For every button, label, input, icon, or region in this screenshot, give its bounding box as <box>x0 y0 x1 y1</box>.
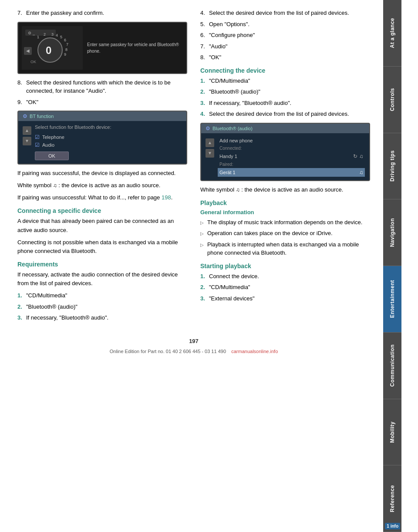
right-music-note-icon: ♫ <box>236 187 240 193</box>
right-step4-text: Select the desired device from the list … <box>209 9 349 17</box>
svg-text:4: 4 <box>56 33 58 37</box>
unsuccessful-para: If pairing was unsuccessful: What to do … <box>17 193 187 202</box>
cd-step1-number: 1. <box>200 77 209 85</box>
cd-step1-text: "CD/Multimedia" <box>209 77 250 85</box>
playback-heading: Playback <box>200 199 370 206</box>
music-note-icon: ♫ <box>53 182 57 189</box>
right-step-4: 4. Select the desired device from the li… <box>200 9 370 17</box>
sidebar: At a glance Controls Driving tips Naviga… <box>383 0 401 532</box>
bt-audio-title: ⚙ Bluetooth® (audio) <box>201 124 369 133</box>
sync-icon: ↻ <box>353 153 357 159</box>
sp-step3-number: 3. <box>200 294 209 303</box>
sidebar-label-communication: Communication <box>389 344 395 387</box>
req-step2-text: "Bluetooth® (audio)" <box>26 303 78 311</box>
right-step8-number: 8. <box>200 53 209 62</box>
step8-number: 8. <box>17 78 26 95</box>
cd-step-1: 1. "CD/Multimedia" <box>200 77 370 85</box>
req-step1-text: "CD/Multimedia" <box>26 291 67 300</box>
passkey-dial-svg: ⚙ _ 3 4 5 6 7 8 9 2 1 <box>22 26 83 70</box>
svg-text:◀: ◀ <box>26 48 30 53</box>
footer-text: Online Edition for Part no. 01 40 2 606 … <box>110 349 226 354</box>
connected-label: Connected: <box>218 145 365 152</box>
right-step6-number: 6. <box>200 31 209 40</box>
paired-label: Paired: <box>218 161 365 168</box>
svg-text:OK: OK <box>30 60 36 64</box>
sidebar-item-entertainment[interactable]: Entertainment <box>383 266 401 333</box>
bullet1-text: The display of music track information d… <box>207 218 362 227</box>
right-white-symbol-post: : the device is active as an audio sourc… <box>240 186 344 193</box>
step7-number: 7. <box>17 9 26 17</box>
cd-step3-text: If necessary, "Bluetooth® audio". <box>209 99 291 108</box>
sp-step-3: 3. "External devices" <box>200 294 370 303</box>
page-198-link[interactable]: 198 <box>162 194 171 201</box>
sidebar-label-entertainment: Entertainment <box>389 280 395 318</box>
bullet-1: ▷ The display of music track information… <box>200 218 370 227</box>
starting-playback-heading: Starting playback <box>200 263 370 269</box>
bullet3-text: Playback is interrupted when data is exc… <box>207 240 370 257</box>
req-step-2: 2. "Bluetooth® (audio)" <box>17 303 187 311</box>
white-symbol-pre: White symbol <box>17 182 53 189</box>
ok-button-screen: OK <box>35 152 69 160</box>
connecting-specific-heading: Connecting a specific device <box>17 207 187 214</box>
cd-step4-text: Select the desired device from the list … <box>209 110 349 118</box>
req-step1-number: 1. <box>17 291 26 300</box>
sidebar-label-at-a-glance: At a glance <box>389 18 395 48</box>
sp-step1-number: 1. <box>200 272 209 281</box>
sidebar-item-navigation[interactable]: Navigation <box>383 199 401 266</box>
requirements-heading: Requirements <box>17 261 187 268</box>
step-7: 7. Enter the passkey and confirm. <box>17 9 187 17</box>
bullet-tri-2: ▷ <box>200 230 204 238</box>
step9-number: 9. <box>17 98 26 107</box>
general-info-heading: General information <box>200 209 370 215</box>
nav-arrow-down: ▼ <box>23 137 31 145</box>
req-step2-number: 2. <box>17 303 26 311</box>
success-para: If pairing was successful, the device is… <box>17 169 187 178</box>
bt-screen-body: ▲ ▼ Select function for Bluetooth device… <box>18 121 186 164</box>
paired-device-row: Gerät 1 ♫ <box>218 168 365 177</box>
svg-text:8: 8 <box>65 47 67 52</box>
right-step-6: 6. "Configure phone" <box>200 31 370 40</box>
step9-text: "OK" <box>26 98 38 107</box>
sidebar-item-reference[interactable]: Reference 1 info <box>383 465 401 532</box>
cd-step-3: 3. If necessary, "Bluetooth® audio". <box>200 99 370 108</box>
music-symbol-para: White symbol ♫ : the device is active as… <box>17 181 187 190</box>
step7-text: Enter the passkey and confirm. <box>26 9 104 17</box>
sidebar-item-driving-tips[interactable]: Driving tips <box>383 133 401 200</box>
sidebar-item-at-a-glance[interactable]: At a glance <box>383 0 401 67</box>
right-step6-text: "Configure phone" <box>209 31 255 40</box>
svg-text:1: 1 <box>37 35 39 39</box>
svg-text:9: 9 <box>64 52 66 57</box>
sidebar-item-controls[interactable]: Controls <box>383 67 401 133</box>
bt-function-screen: ⚙ BT function ▲ ▼ Select function for Bl… <box>17 111 187 165</box>
svg-text:6: 6 <box>64 38 66 42</box>
cd-step3-number: 3. <box>200 99 209 108</box>
music-icon-paired: ♫ <box>359 169 363 175</box>
bullet2-text: Operation can takes place on the device … <box>207 229 333 238</box>
req-step-1: 1. "CD/Multimedia" <box>17 291 187 300</box>
bt-audio-body: ▲ ▼ Add new phone Connected: Handy 1 ↻ <box>201 133 369 180</box>
bullet-2: ▷ Operation can takes place on the devic… <box>200 229 370 238</box>
svg-text:0: 0 <box>46 44 51 56</box>
footer: Online Edition for Part no. 01 40 2 606 … <box>17 349 370 354</box>
sidebar-item-mobility[interactable]: Mobility <box>383 399 401 466</box>
right-step5-number: 5. <box>200 20 209 29</box>
right-step-5: 5. Open "Options". <box>200 20 370 29</box>
bluetooth-audio-icon: ⚙ <box>206 125 210 131</box>
step8-text: Select the desired functions with which … <box>26 78 187 95</box>
right-step-8: 8. "OK" <box>200 53 370 62</box>
sp-step2-text: "CD/Multimedia" <box>209 283 250 292</box>
bullet-3: ▷ Playback is interrupted when data is e… <box>200 240 370 257</box>
cd-step2-number: 2. <box>200 88 209 96</box>
sidebar-label-navigation: Navigation <box>389 218 395 247</box>
bt-audio-screen: ⚙ Bluetooth® (audio) ▲ ▼ Add new phone C… <box>200 123 370 181</box>
bt-option-telephone: ☑ Telephone <box>35 133 111 141</box>
right-step5-text: Open "Options". <box>209 20 249 29</box>
right-step4-number: 4. <box>200 9 209 17</box>
white-symbol-post: : the device is active as an audio sourc… <box>57 182 161 189</box>
right-step7-number: 7. <box>200 42 209 51</box>
cd-step2-text: "Bluetooth® (audio)" <box>209 88 260 96</box>
left-column: 7. Enter the passkey and confirm. ⚙ _ <box>17 9 187 325</box>
svg-text:7: 7 <box>66 42 68 47</box>
right-step7-text: "Audio" <box>209 42 227 51</box>
sidebar-item-communication[interactable]: Communication <box>383 333 401 399</box>
